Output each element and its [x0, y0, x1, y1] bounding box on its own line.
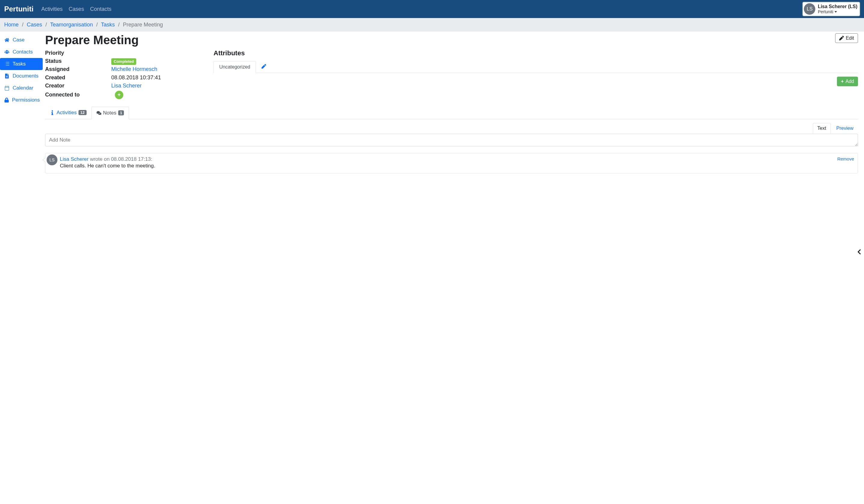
crumb-team[interactable]: Teamorganisation	[50, 22, 93, 28]
nav-cases[interactable]: Cases	[69, 6, 84, 12]
file-icon	[4, 74, 10, 78]
attributes-panel: Attributes Uncategorized + Add	[214, 49, 858, 100]
notes-count-badge: 1	[118, 110, 124, 115]
attributes-edit-button[interactable]	[261, 64, 266, 70]
top-navbar: Pertuniti Activities Cases Contacts LS L…	[0, 0, 864, 18]
pencil-icon	[261, 64, 266, 69]
crumb-tasks[interactable]: Tasks	[101, 22, 115, 28]
sidebar-label: Tasks	[13, 61, 26, 67]
sub-tabs: Activities 12 Notes 1	[45, 107, 858, 119]
add-connection-button[interactable]: +	[115, 91, 123, 99]
label-priority: Priority	[45, 49, 111, 57]
add-note-input[interactable]	[45, 134, 858, 146]
plus-icon: +	[841, 79, 843, 84]
sidebar-label: Contacts	[13, 49, 33, 55]
label-creator: Creator	[45, 82, 111, 89]
main-content: Prepare Meeting Edit Priority StatusComp…	[43, 32, 864, 180]
note-meta: wrote on 08.08.2018 17:13:	[88, 156, 152, 162]
crumb-cases[interactable]: Cases	[27, 22, 42, 28]
status-badge: Completed	[111, 58, 136, 65]
label-assigned: Assigned	[45, 65, 111, 73]
crumb-home[interactable]: Home	[4, 22, 19, 28]
sidebar: Case Contacts Tasks Documents Calendar	[0, 32, 43, 180]
sidebar-item-tasks[interactable]: Tasks	[0, 58, 43, 70]
sidebar-item-case[interactable]: Case	[0, 34, 43, 46]
info-icon	[50, 110, 55, 115]
value-creator[interactable]: Lisa Scherer	[111, 83, 142, 89]
note-avatar: LS	[47, 155, 58, 165]
label-created: Created	[45, 74, 111, 82]
sidebar-label: Case	[13, 37, 25, 43]
edit-button[interactable]: Edit	[835, 33, 858, 43]
sidebar-label: Calendar	[13, 85, 33, 91]
attributes-tab-uncategorized[interactable]: Uncategorized	[214, 61, 256, 73]
editor-tab-text[interactable]: Text	[813, 123, 831, 134]
value-created: 08.08.2018 10:37:41	[111, 74, 161, 82]
note-author[interactable]: Lisa Scherer	[60, 156, 88, 162]
editor-tab-preview[interactable]: Preview	[832, 123, 858, 134]
task-details: Priority StatusCompleted AssignedMichell…	[45, 49, 195, 100]
sidebar-item-documents[interactable]: Documents	[0, 70, 43, 82]
plus-icon: +	[118, 91, 121, 99]
add-attribute-button[interactable]: + Add	[837, 77, 858, 86]
user-menu[interactable]: LS Lisa Scherer (LS) Pertuniti	[803, 2, 860, 16]
sidebar-item-permissions[interactable]: Permissions	[0, 94, 43, 106]
sidebar-label: Documents	[13, 73, 38, 79]
sidebar-item-calendar[interactable]: Calendar	[0, 82, 43, 94]
comments-icon	[97, 111, 101, 115]
nav-contacts[interactable]: Contacts	[90, 6, 111, 12]
pencil-icon	[839, 36, 844, 40]
value-assigned[interactable]: Michelle Hormesch	[111, 66, 157, 72]
note-remove-button[interactable]: Remove	[837, 156, 854, 161]
nav-activities[interactable]: Activities	[41, 6, 62, 12]
avatar: LS	[804, 3, 815, 15]
calendar-icon	[4, 86, 10, 90]
chevron-down-icon	[835, 11, 837, 13]
list-icon	[4, 62, 10, 66]
breadcrumb: Home / Cases / Teamorganisation / Tasks …	[0, 18, 864, 32]
user-org: Pertuniti	[818, 9, 857, 14]
crumb-current: Prepare Meeting	[123, 22, 163, 28]
users-icon	[4, 50, 10, 54]
sidebar-label: Permissions	[12, 97, 40, 103]
attributes-title: Attributes	[214, 49, 858, 57]
note-body: Client calls. He can't come to the meeti…	[60, 163, 853, 169]
label-status: Status	[45, 58, 111, 65]
home-icon	[4, 38, 10, 42]
page-title: Prepare Meeting	[45, 33, 139, 47]
user-display-name: Lisa Scherer (LS)	[818, 4, 857, 9]
activities-count-badge: 12	[79, 110, 86, 115]
sidebar-item-contacts[interactable]: Contacts	[0, 46, 43, 58]
brand-link[interactable]: Pertuniti	[4, 5, 33, 13]
lock-icon	[4, 98, 9, 102]
label-connected-to: Connected to	[45, 91, 111, 99]
tab-activities[interactable]: Activities 12	[45, 107, 92, 119]
tab-notes[interactable]: Notes 1	[92, 107, 129, 119]
note-item: LS Remove Lisa Scherer wrote on 08.08.20…	[45, 153, 858, 173]
note-editor-tabs: Text Preview	[45, 123, 858, 134]
